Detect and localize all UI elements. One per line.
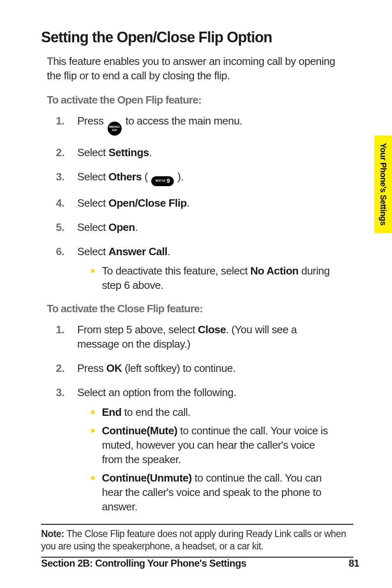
bold-text: Open <box>108 221 135 233</box>
bold-text: No Action <box>250 265 298 277</box>
bold-text: OK <box>106 362 122 374</box>
text: to access the main menu. <box>123 115 242 127</box>
text: ( <box>142 171 151 183</box>
text: Select <box>77 245 108 258</box>
key-letters: WXYZ <box>155 179 165 183</box>
text: Select <box>77 146 108 159</box>
sub-bullets: End to end the call. Continue(Mute) to c… <box>91 405 335 514</box>
sub-bullet-end: End to end the call. <box>91 405 335 420</box>
text: to end the call. <box>122 406 191 418</box>
bold-text: Answer Call <box>108 245 167 258</box>
text: Press <box>77 115 106 127</box>
step-4: Select Open/Close Flip. <box>56 196 335 210</box>
footer-page-number: 81 <box>349 558 360 569</box>
note-box: Note: The Close Flip feature does not ap… <box>41 524 353 558</box>
step-6: Select Answer Call. To deactivate this f… <box>56 244 335 293</box>
step-1: Press MENUOK to access the main menu. <box>56 114 335 136</box>
text: Select <box>77 171 108 183</box>
note-text: The Close Flip feature does not apply du… <box>41 528 346 551</box>
bold-text: Continue(Mute) <box>102 424 178 437</box>
subheading-close-flip: To activate the Close Flip feature: <box>47 302 359 315</box>
text: Select <box>77 197 108 209</box>
close-flip-steps: From step 5 above, select Close. (You wi… <box>56 323 335 514</box>
bold-text: Open/Close Flip <box>108 197 187 209</box>
step-2: Select Settings. <box>56 145 335 160</box>
intro-paragraph: This feature enables you to answer an in… <box>47 54 343 83</box>
bold-text: Continue(Unmute) <box>102 472 192 484</box>
bold-text: Others <box>108 171 142 183</box>
sub-bullet-unmute: Continue(Unmute) to continue the call. Y… <box>91 471 335 514</box>
text: To deactivate this feature, select <box>102 265 250 277</box>
text: From step 5 above, select <box>77 323 198 336</box>
bold-text: Close <box>198 323 226 336</box>
page-content: Setting the Open/Close Flip Option This … <box>0 0 392 588</box>
text: Select an option from the following. <box>77 386 236 399</box>
page-title: Setting the Open/Close Flip Option <box>41 29 359 46</box>
bold-text: End <box>102 406 122 418</box>
text: . <box>135 221 138 233</box>
footer-section: Section 2B: Controlling Your Phone's Set… <box>41 558 246 569</box>
icon-label-bottom: OK <box>112 129 117 132</box>
text: . <box>187 197 189 209</box>
open-flip-steps: Press MENUOK to access the main menu. Se… <box>56 114 335 293</box>
bold-text: Settings <box>108 146 149 159</box>
text: . <box>149 146 152 159</box>
page-footer: Section 2B: Controlling Your Phone's Set… <box>41 558 359 569</box>
sub-bullet-mute: Continue(Mute) to continue the call. You… <box>91 424 335 467</box>
text: Press <box>77 362 106 374</box>
key-digit: 9 <box>167 177 170 185</box>
key-9-icon: WXYZ9 <box>151 176 174 186</box>
text: ). <box>175 171 184 183</box>
sub-bullets: To deactivate this feature, select No Ac… <box>91 264 335 293</box>
text: . <box>167 245 170 258</box>
subheading-open-flip: To activate the Open Flip feature: <box>47 94 359 106</box>
note-label: Note: <box>41 528 64 539</box>
step-3: Select Others ( WXYZ9 ). <box>56 170 335 186</box>
step-5: Select Open. <box>56 220 335 235</box>
text: Select <box>77 221 108 233</box>
menu-ok-icon: MENUOK <box>108 122 122 136</box>
sub-bullet: To deactivate this feature, select No Ac… <box>91 264 335 293</box>
step-3: Select an option from the following. End… <box>56 385 335 514</box>
step-1: From step 5 above, select Close. (You wi… <box>56 323 335 351</box>
text: (left softkey) to continue. <box>122 362 235 374</box>
step-2: Press OK (left softkey) to continue. <box>56 361 335 376</box>
